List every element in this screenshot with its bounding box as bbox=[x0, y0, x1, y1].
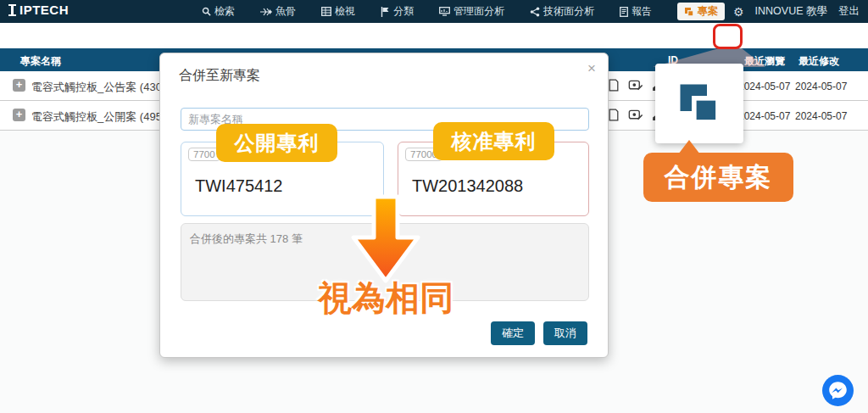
brand-logo[interactable]: IPTECH bbox=[7, 3, 69, 17]
view-grid-icon bbox=[321, 7, 331, 16]
nav-label: 檢索 bbox=[214, 4, 235, 19]
gear-icon[interactable]: ⚙ bbox=[733, 5, 744, 19]
nav-item-project[interactable]: 專案 bbox=[677, 3, 725, 20]
nav-item-technical-analysis[interactable]: 技術面分析 bbox=[530, 4, 594, 19]
annotate-view-icon[interactable] bbox=[628, 78, 643, 92]
expand-plus-icon[interactable]: + bbox=[13, 109, 25, 121]
messenger-chat-button[interactable] bbox=[822, 375, 854, 406]
flag-icon bbox=[381, 7, 390, 17]
cancel-button[interactable]: 取消 bbox=[543, 321, 587, 345]
merge-projects-icon-large bbox=[676, 81, 722, 126]
tag-icon[interactable] bbox=[607, 108, 620, 122]
published-patent-badge: 公開專利 bbox=[216, 124, 337, 162]
red-highlight-box bbox=[713, 24, 743, 49]
last-viewed-date: 2024-05-07 bbox=[738, 81, 790, 92]
close-icon[interactable]: × bbox=[587, 60, 596, 77]
nav-item-fishbone[interactable]: 魚骨 bbox=[260, 4, 296, 19]
patent-count-chip: 7700 bbox=[188, 148, 220, 161]
top-navbar: IPTECH 檢索 魚骨 檢視 分類 管理面分析 bbox=[0, 0, 868, 23]
merge-summary-text: 合併後的專案共 178 筆 bbox=[190, 232, 303, 247]
nav-item-classify[interactable]: 分類 bbox=[381, 4, 414, 19]
report-doc-icon bbox=[620, 7, 628, 17]
nav-label: 魚骨 bbox=[275, 4, 296, 19]
monitor-chart-icon bbox=[439, 7, 450, 16]
nav-label: 技術面分析 bbox=[543, 4, 594, 19]
column-header-last-modified[interactable]: 最近修改 bbox=[798, 54, 839, 69]
tag-icon[interactable] bbox=[607, 78, 620, 92]
app-window: IPTECH 檢索 魚骨 檢視 分類 管理面分析 bbox=[0, 0, 868, 413]
nav-item-management-analysis[interactable]: 管理面分析 bbox=[439, 4, 504, 19]
nav-item-report[interactable]: 報告 bbox=[620, 4, 652, 19]
project-name[interactable]: 電容式觸控板_公開案 (495) bbox=[31, 109, 165, 125]
treated-as-same-annotation: 視為相同 bbox=[263, 275, 509, 321]
navbar-right: ⚙ INNOVUE 教學 登出 bbox=[733, 0, 860, 23]
last-viewed-date: 2024-05-07 bbox=[738, 110, 790, 122]
logout-link[interactable]: 登出 bbox=[838, 4, 860, 19]
search-icon bbox=[202, 7, 211, 16]
annotate-view-icon[interactable] bbox=[628, 108, 643, 122]
nav-label: 檢視 bbox=[335, 4, 355, 19]
main-menu: 檢索 魚骨 檢視 分類 管理面分析 技術面分析 bbox=[202, 0, 725, 23]
fishbone-icon bbox=[260, 8, 272, 16]
network-icon bbox=[530, 7, 540, 17]
dialog-buttons: 確定 取消 bbox=[491, 321, 587, 345]
last-modified-date: 2024-05-07 bbox=[795, 81, 847, 92]
granted-patent-badge: 核准專利 bbox=[433, 122, 554, 160]
nav-item-search[interactable]: 檢索 bbox=[202, 4, 235, 19]
merge-icon-callout-card bbox=[655, 64, 743, 143]
project-name[interactable]: 電容式觸控板_公告案 (430) bbox=[31, 80, 165, 95]
project-merge-icon bbox=[684, 7, 694, 17]
column-header-name[interactable]: 專案名稱 bbox=[20, 54, 61, 69]
nav-label: 管理面分析 bbox=[453, 4, 504, 19]
nav-item-view[interactable]: 檢視 bbox=[321, 4, 355, 19]
column-header-last-viewed[interactable]: 最近瀏覽 bbox=[744, 54, 785, 69]
patent-number: TWI475412 bbox=[195, 176, 282, 196]
nav-label: 專案 bbox=[698, 4, 718, 19]
messenger-icon bbox=[822, 375, 854, 406]
expand-plus-icon[interactable]: + bbox=[13, 79, 25, 92]
confirm-button[interactable]: 確定 bbox=[491, 321, 535, 345]
brand-name: IPTECH bbox=[19, 3, 69, 17]
user-menu[interactable]: INNOVUE 教學 bbox=[755, 4, 827, 19]
dialog-title: 合併至新專案 bbox=[179, 67, 260, 85]
brand-mark-icon bbox=[7, 3, 18, 17]
nav-label: 分類 bbox=[393, 4, 414, 19]
nav-label: 報告 bbox=[632, 4, 652, 19]
last-modified-date: 2024-05-07 bbox=[795, 110, 847, 122]
merge-projects-label: 合併專案 bbox=[643, 153, 793, 202]
